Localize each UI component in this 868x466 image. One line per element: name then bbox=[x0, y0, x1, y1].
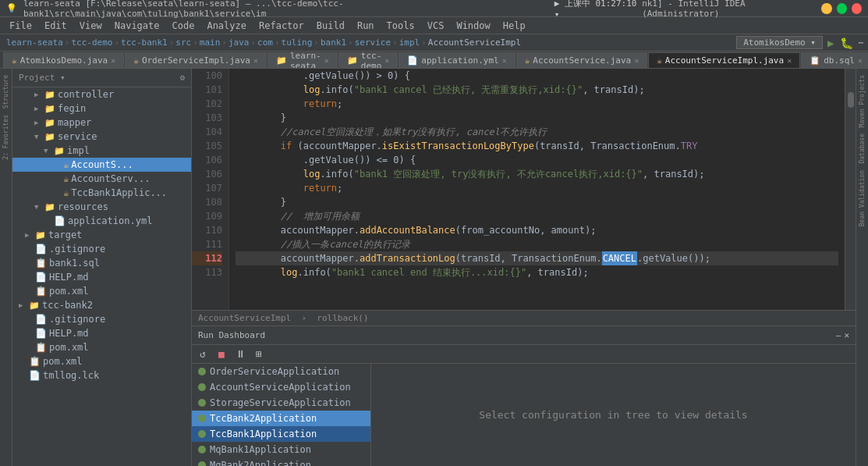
database-tab[interactable]: Database bbox=[857, 130, 867, 167]
breadcrumb: learn-seata › tcc-demo › tcc-bank1 › src… bbox=[0, 34, 736, 52]
tab-learn-seata[interactable]: 📁learn-seata✕ bbox=[267, 52, 338, 68]
tree-item-bank1sql[interactable]: 📋bank1.sql bbox=[12, 256, 191, 270]
run-item-label: OrderServiceApplication bbox=[210, 366, 339, 377]
tree-item-tmllog[interactable]: 📄tmllog.lck bbox=[12, 368, 191, 382]
tree-item-gitignore[interactable]: 📄.gitignore bbox=[12, 242, 191, 256]
run-tool-filter[interactable]: ⊞ bbox=[251, 347, 267, 362]
breadcrumb-service[interactable]: service bbox=[355, 37, 391, 48]
menu-file[interactable]: File bbox=[3, 19, 38, 33]
menu-view[interactable]: View bbox=[73, 19, 108, 33]
run-item-label: TccBank2Application bbox=[210, 413, 317, 424]
code-line-102: return; bbox=[236, 97, 838, 111]
atomikos-demo-dropdown[interactable]: AtomikosDemo ▾ bbox=[736, 36, 823, 49]
run-item-mqbank1[interactable]: MqBank1Application bbox=[192, 442, 370, 457]
tree-item-pomxml[interactable]: 📋pom.xml bbox=[12, 284, 191, 298]
menu-code[interactable]: Code bbox=[166, 19, 201, 33]
maven-projects-tab[interactable]: Maven Projects bbox=[857, 72, 867, 130]
tree-item-helpmd[interactable]: 📄HELP.md bbox=[12, 270, 191, 284]
tree-item-controller[interactable]: ▶📁controller bbox=[12, 87, 191, 101]
tree-item-tccbank1app[interactable]: ☕TccBank1Applic... bbox=[12, 186, 191, 200]
tree-item-accountserv[interactable]: ☕AccountServ... bbox=[12, 172, 191, 186]
breadcrumb-impl[interactable]: impl bbox=[399, 37, 420, 48]
favorites-panel-tab[interactable]: 2: Favorites bbox=[1, 112, 11, 163]
menu-edit[interactable]: Edit bbox=[38, 19, 73, 33]
breadcrumb-src[interactable]: src bbox=[175, 37, 191, 48]
title-clock[interactable]: ▶ 上课中 01:27:10 ▾ bbox=[554, 0, 643, 20]
breadcrumb-tcc-demo[interactable]: tcc-demo bbox=[71, 37, 112, 48]
maximize-button[interactable] bbox=[837, 3, 847, 14]
menu-help[interactable]: Help bbox=[497, 19, 532, 33]
run-item-accountservice[interactable]: AccountServiceApplication bbox=[192, 379, 370, 395]
menu-refactor[interactable]: Refactor bbox=[253, 19, 310, 33]
breadcrumb-tcc-bank1[interactable]: tcc-bank1 bbox=[121, 37, 168, 48]
breadcrumb-tuling[interactable]: tuling bbox=[282, 37, 313, 48]
run-dashboard-close-icon[interactable]: ✕ bbox=[844, 330, 849, 340]
run-item-storageservice[interactable]: StorageServiceApplication bbox=[192, 395, 370, 411]
tab-application-yml[interactable]: 📄application.yml✕ bbox=[399, 52, 515, 68]
run-tool-pause[interactable]: ⏸ bbox=[232, 347, 248, 362]
tree-item-gitignore2[interactable]: 📄.gitignore bbox=[12, 312, 191, 326]
tree-item-helpmd2[interactable]: 📄HELP.md bbox=[12, 326, 191, 340]
menu-analyze[interactable]: Analyze bbox=[200, 19, 253, 33]
menu-vcs[interactable]: VCS bbox=[421, 19, 451, 33]
bean-validation-tab[interactable]: Bean Validation bbox=[857, 167, 867, 229]
breadcrumb-bank1[interactable]: bank1 bbox=[321, 37, 346, 48]
tree-item-fegin[interactable]: ▶📁fegin bbox=[12, 101, 191, 116]
menu-tools[interactable]: Tools bbox=[381, 19, 421, 33]
menu-run[interactable]: Run bbox=[351, 19, 381, 33]
run-dashboard-header: Run Dashboard — ✕ bbox=[192, 326, 856, 345]
tree-item-target[interactable]: ▶📁target bbox=[12, 228, 191, 242]
code-lines[interactable]: .getValue()) > 0) { log.info("bank1 canc… bbox=[229, 69, 845, 310]
debug-button[interactable]: 🐛 bbox=[838, 37, 855, 49]
menu-window[interactable]: Window bbox=[450, 19, 496, 33]
project-panel: Project ▾ ⚙ ▶📁controller ▶📁fegin ▶📁mappe… bbox=[12, 69, 192, 466]
run-item-mqbank2[interactable]: MqBank2Application bbox=[192, 457, 370, 466]
run-dashboard-settings-icon[interactable]: — bbox=[836, 330, 841, 340]
code-line-100: .getValue()) > 0) { bbox=[236, 69, 838, 83]
line-numbers: 100 101 102 103 104 105 106 106 107 108 … bbox=[192, 69, 229, 310]
code-line-103: } bbox=[236, 111, 838, 125]
code-line-113: log.info("bank1 cancel end 结束执行...xid:{}… bbox=[236, 265, 838, 279]
toolbar-more[interactable]: ⋯ bbox=[856, 37, 865, 48]
tree-item-service[interactable]: ▼📁service bbox=[12, 130, 191, 144]
breadcrumb-com[interactable]: com bbox=[257, 37, 273, 48]
tree-item-impl[interactable]: ▼📁impl bbox=[12, 144, 191, 158]
breadcrumb-learn-seata[interactable]: learn-seata bbox=[6, 37, 63, 48]
run-detail-pane: Select configuration in tree to view det… bbox=[371, 364, 856, 466]
run-button[interactable]: ▶ bbox=[824, 37, 837, 49]
run-tool-stop[interactable]: ■ bbox=[214, 347, 229, 362]
tab-accountserviceimpl[interactable]: ☕AccountServiceImpl.java✕ bbox=[648, 52, 800, 68]
minimize-button[interactable] bbox=[821, 3, 831, 14]
tree-item-resources[interactable]: ▼📁resources bbox=[12, 200, 191, 214]
tree-item-pomxml-root[interactable]: 📋pom.xml bbox=[12, 354, 191, 368]
run-tool-rerun[interactable]: ↺ bbox=[195, 347, 211, 362]
code-line-101: log.info("bank1 cancel 已经执行, 无需重复执行,xid:… bbox=[236, 83, 838, 97]
tree-item-tccbank2[interactable]: ▶📁tcc-bank2 bbox=[12, 298, 191, 312]
tree-item-pomxml2[interactable]: 📋pom.xml bbox=[12, 340, 191, 354]
close-button[interactable] bbox=[852, 3, 862, 14]
run-item-tccbank2[interactable]: TccBank2Application bbox=[192, 411, 370, 426]
code-line-106a: .getValue()) <= 0) { bbox=[236, 153, 838, 167]
breadcrumb-main[interactable]: main bbox=[200, 37, 221, 48]
breadcrumb-class[interactable]: AccountServiceImpl bbox=[428, 37, 521, 48]
tab-accountservice[interactable]: ☕AccountService.java✕ bbox=[516, 52, 648, 68]
tree-item-application-yml[interactable]: 📄application.yml bbox=[12, 214, 191, 228]
structure-panel-tab[interactable]: Structure bbox=[1, 72, 11, 112]
run-item-tccbank1[interactable]: TccBank1Application bbox=[192, 426, 370, 442]
tab-orderservice[interactable]: ☕OrderServiceImpl.java✕ bbox=[125, 52, 267, 68]
code-line-107: return; bbox=[236, 181, 838, 195]
project-header: Project ▾ ⚙ bbox=[12, 69, 191, 87]
breadcrumb-java[interactable]: java bbox=[229, 37, 250, 48]
title-bar-left: 💡 learn-seata [F:\Release\seata\learn-se… bbox=[6, 0, 554, 19]
project-settings-icon[interactable]: ⚙ bbox=[179, 73, 185, 83]
tree-item-accounts[interactable]: ☕AccountS... bbox=[12, 158, 191, 172]
tab-atomikos[interactable]: ☕AtomikosDemo.java✕ bbox=[3, 52, 124, 68]
tab-db-sql[interactable]: 📋db.sql✕ bbox=[801, 52, 868, 68]
menu-build[interactable]: Build bbox=[310, 19, 351, 33]
tab-tcc-demo[interactable]: 📁tcc-demo✕ bbox=[338, 52, 399, 68]
menu-navigate[interactable]: Navigate bbox=[108, 19, 166, 33]
code-line-111: //插入一条cancel的执行记录 bbox=[236, 237, 838, 251]
tree-item-mapper[interactable]: ▶📁mapper bbox=[12, 116, 191, 130]
run-status-dot bbox=[198, 399, 206, 407]
run-item-orderservice[interactable]: OrderServiceApplication bbox=[192, 364, 370, 379]
